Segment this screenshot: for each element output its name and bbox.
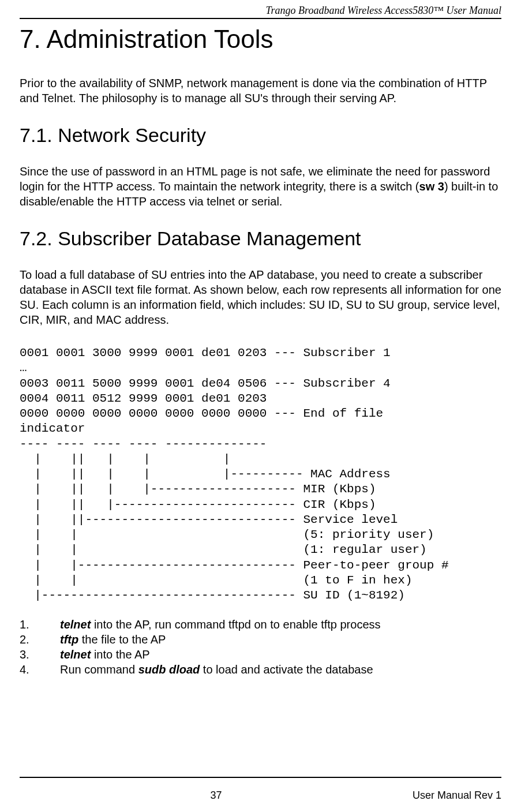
footer: 37 User Manual Rev 1 [20, 777, 501, 802]
step-bold: sudb dload [138, 663, 200, 676]
footer-rule [20, 777, 501, 778]
step-row: 1. telnet into the AP, run command tftpd… [20, 617, 501, 632]
network-security-paragraph: Since the use of password in an HTML pag… [20, 164, 501, 209]
step-text: telnet into the AP, run command tftpd on… [60, 617, 501, 632]
step-text: telnet into the AP [60, 647, 501, 662]
step-text: Run command sudb dload to load and activ… [60, 662, 501, 677]
step-row: 3. telnet into the AP [20, 647, 501, 662]
footer-rev: User Manual Rev 1 [413, 789, 501, 802]
step-pre: Run command [60, 663, 138, 676]
step-post: the file to the AP [78, 633, 166, 646]
steps-list: 1. telnet into the AP, run command tftpd… [20, 617, 501, 677]
step-post: to load and activate the database [200, 663, 373, 676]
ascii-database-format: 0001 0001 3000 9999 0001 de01 0203 --- S… [20, 346, 501, 603]
step-num: 1. [20, 617, 60, 632]
step-post: into the AP [91, 648, 149, 661]
intro-paragraph: Prior to the availability of SNMP, netwo… [20, 76, 501, 106]
step-num: 4. [20, 662, 60, 677]
section-7-2-heading: 7.2. Subscriber Database Management [20, 227, 501, 250]
sw3-bold: sw 3 [419, 180, 444, 193]
header-rule [20, 18, 501, 19]
header-title: Trango Broadband Wireless Access5830™ Us… [20, 0, 501, 17]
section-7-1-heading: 7.1. Network Security [20, 124, 501, 147]
step-bold: telnet [60, 618, 91, 631]
step-text: tftp the file to the AP [60, 632, 501, 647]
step-post: into the AP, run command tftpd on to ena… [91, 618, 380, 631]
chapter-heading: 7. Administration Tools [20, 25, 501, 54]
page-number: 37 [20, 789, 413, 802]
step-bold: tftp [60, 633, 78, 646]
step-row: 2. tftp the file to the AP [20, 632, 501, 647]
step-bold: telnet [60, 648, 91, 661]
step-num: 2. [20, 632, 60, 647]
step-num: 3. [20, 647, 60, 662]
subscriber-db-paragraph: To load a full database of SU entries in… [20, 267, 501, 327]
step-row: 4. Run command sudb dload to load and ac… [20, 662, 501, 677]
